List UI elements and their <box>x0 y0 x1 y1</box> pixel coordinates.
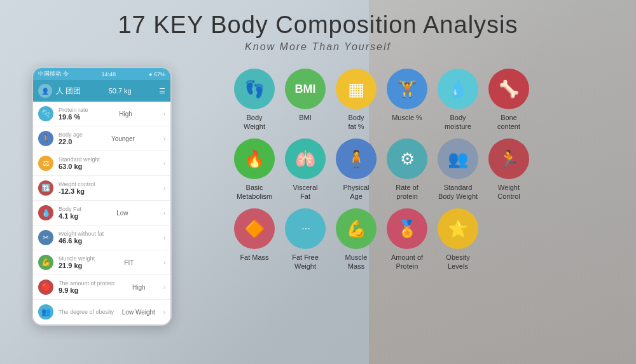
user-avatar-icon: 👤 <box>38 84 52 98</box>
standard-body-weight-circle: 👥 <box>438 138 478 179</box>
weight-control-circle: 🏃 <box>488 138 529 179</box>
obesity-icon: 👥 <box>38 304 53 320</box>
battery-text: ● 67% <box>149 71 165 78</box>
protein-rate-status: High <box>119 111 132 118</box>
standard-weight-row[interactable]: ⚖ Standard weight 63.0 kg › <box>33 151 170 176</box>
title-section: 17 KEY Body Composition Analysis Know Mo… <box>0 0 636 53</box>
body-moisture-label: Bodymoisture <box>445 113 471 131</box>
body-fat-pct-label: Bodyfat % <box>348 113 364 131</box>
body-moisture-circle: 💧 <box>438 69 478 109</box>
icon-body-weight[interactable]: 👣 BodyWeight <box>229 64 280 133</box>
icon-visceral-fat[interactable]: 🫁 VisceralFat <box>280 133 331 203</box>
body-moisture-icon: 💧 <box>448 79 468 99</box>
muscle-weight-icon: 💪 <box>38 255 53 270</box>
icon-muscle-pct[interactable]: 🏋 Muscle % <box>382 64 432 133</box>
time-text: 14:48 <box>102 71 116 78</box>
weight-control-row[interactable]: 🔃 Weight control -12.3 kg › <box>33 176 170 201</box>
standard-body-weight-icon: 👥 <box>448 149 468 169</box>
menu-icon[interactable]: ☰ <box>159 87 165 95</box>
icon-weight-control[interactable]: 🏃 WeightControl <box>483 133 534 203</box>
weight-no-fat-icon: ✂ <box>38 230 53 245</box>
weight-control-icon-grid: 🏃 <box>499 149 519 169</box>
icon-physical-age[interactable]: 🧍 PhysicalAge <box>331 133 382 203</box>
content-wrapper: 17 KEY Body Composition Analysis Know Mo… <box>0 0 636 364</box>
weight-control-value: -12.3 kg <box>59 187 95 195</box>
rate-protein-icon: ⚙ <box>400 149 415 169</box>
physical-age-icon: 🧍 <box>346 149 366 169</box>
protein-rate-value: 19.6 % <box>59 113 88 121</box>
icon-muscle-mass[interactable]: 💪 MuscleMass <box>331 203 382 273</box>
physical-age-label: PhysicalAge <box>343 183 370 201</box>
amount-protein-circle: 🏅 <box>387 208 427 249</box>
muscle-weight-label: Muscle weight <box>59 255 95 262</box>
icon-bmi[interactable]: BMI BMI <box>280 64 331 133</box>
amount-protein-label: The amount of protein <box>59 280 114 286</box>
icon-fat-mass[interactable]: 🔶 Fat Mass <box>229 203 280 273</box>
fat-free-weight-label: Fat FreeWeight <box>292 253 319 271</box>
chevron-right-icon-5: › <box>163 210 165 217</box>
fat-free-weight-circle: ⋯ <box>285 208 326 249</box>
standard-weight-icon: ⚖ <box>38 156 53 171</box>
bone-content-icon: 🦴 <box>499 79 519 99</box>
muscle-weight-row[interactable]: 💪 Muscle weight 21.9 kg FIT › <box>33 250 170 275</box>
amount-protein-icon-grid: 🏅 <box>397 219 417 239</box>
muscle-weight-status: FIT <box>124 259 134 266</box>
chevron-right-icon-2: › <box>163 135 165 142</box>
icon-placeholder <box>483 203 534 273</box>
chevron-right-icon: › <box>163 111 165 118</box>
standard-body-weight-label: StandardBody Weight <box>438 183 478 201</box>
icon-obesity-levels[interactable]: ⭐ ObesityLevels <box>432 203 483 273</box>
phone-header: 👤 人 团团 50.7 kg ☰ <box>33 80 170 102</box>
fat-mass-label: Fat Mass <box>240 253 268 262</box>
icon-basic-metabolism[interactable]: 🔥 BasicMetabolism <box>229 133 280 203</box>
amount-protein-row[interactable]: 🔴 The amount of protein 9.9 kg High › <box>33 275 170 300</box>
body-age-icon: 🚶 <box>38 131 53 146</box>
sub-title: Know More Than Yourself <box>0 41 636 53</box>
main-title: 17 KEY Body Composition Analysis <box>0 11 636 39</box>
fat-mass-circle: 🔶 <box>234 208 275 249</box>
muscle-mass-label: MuscleMass <box>345 253 368 271</box>
icon-body-moisture[interactable]: 💧 Bodymoisture <box>432 64 483 133</box>
standard-weight-value: 63.0 kg <box>59 163 100 170</box>
body-weight-icon: 👣 <box>244 79 265 99</box>
body-fat-icon: 💧 <box>38 205 53 220</box>
basic-metabolism-icon: 🔥 <box>244 149 265 169</box>
icon-rate-protein[interactable]: ⚙ Rate ofprotein <box>382 133 432 203</box>
protein-rate-icon: 🫧 <box>38 106 53 121</box>
body-age-label: Body age <box>59 131 83 138</box>
basic-metabolism-circle: 🔥 <box>234 138 275 179</box>
muscle-mass-icon: 💪 <box>346 219 366 239</box>
chevron-right-icon-8: › <box>163 284 165 291</box>
body-age-row[interactable]: 🚶 Body age 22.0 Younger › <box>33 126 170 151</box>
bone-content-label: Bonecontent <box>497 113 520 131</box>
obesity-levels-circle: ⭐ <box>438 208 478 249</box>
phone-status-bar: 中国移动 令 14:48 ● 67% <box>33 68 170 80</box>
amount-protein-status: High <box>132 284 146 291</box>
protein-rate-label: Protein rate <box>59 107 88 113</box>
obesity-levels-label: ObesityLevels <box>446 253 469 271</box>
obesity-row[interactable]: 👥 The degree of obesity Low Weight › <box>33 300 170 325</box>
fat-free-weight-icon: ⋯ <box>301 224 309 234</box>
icon-standard-body-weight[interactable]: 👥 StandardBody Weight <box>432 133 483 203</box>
obesity-label: The degree of obesity <box>59 309 114 315</box>
chevron-right-icon-9: › <box>163 309 165 316</box>
icon-amount-protein[interactable]: 🏅 Amount ofProtein <box>382 203 432 273</box>
body-weight-label: BodyWeight <box>244 113 265 131</box>
weight-control-label: Weight control <box>59 181 95 187</box>
rate-protein-label: Rate ofprotein <box>396 183 418 201</box>
body-fat-pct-icon: ▦ <box>348 79 364 100</box>
icon-bone-content[interactable]: 🦴 Bonecontent <box>483 64 534 133</box>
chevron-right-icon-4: › <box>163 185 165 192</box>
phone-header-user: 👤 人 团团 <box>38 84 81 98</box>
icon-body-fat-pct[interactable]: ▦ Bodyfat % <box>331 64 382 133</box>
fat-mass-icon: 🔶 <box>244 219 265 239</box>
amount-protein-value: 9.9 kg <box>59 286 114 294</box>
obesity-status: Low Weight <box>122 309 155 316</box>
weight-no-fat-value: 46.6 kg <box>59 237 104 245</box>
bmi-label: BMI <box>299 113 312 122</box>
body-fat-row[interactable]: 💧 Body Fat 4.1 kg Low › <box>33 201 170 226</box>
protein-rate-row[interactable]: 🫧 Protein rate 19.6 % High › <box>33 102 170 126</box>
icon-fat-free-weight[interactable]: ⋯ Fat FreeWeight <box>280 203 331 273</box>
weight-without-fat-row[interactable]: ✂ Weight without fat 46.6 kg › <box>33 226 170 250</box>
visceral-fat-circle: 🫁 <box>285 138 326 179</box>
